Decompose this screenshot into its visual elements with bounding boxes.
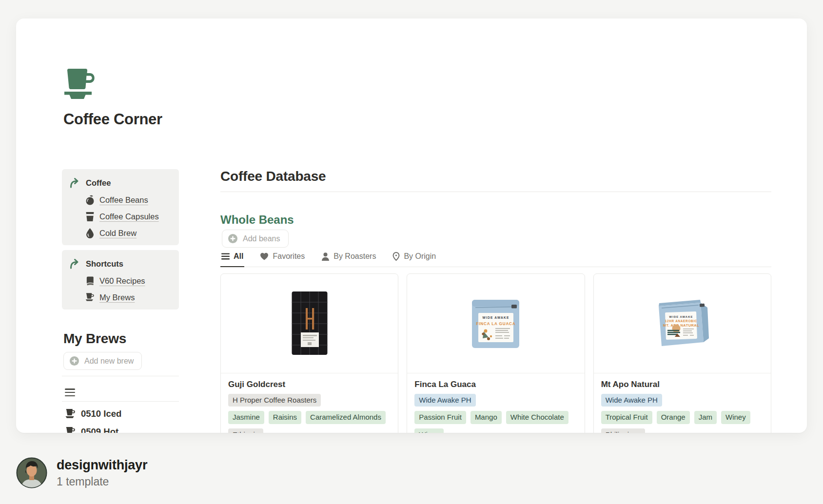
add-new-brew-label: Add new brew <box>84 357 134 366</box>
sidebar: Coffee Coffee Beans Coffee Capsules Cold… <box>62 169 179 433</box>
flavor-tag: Jam <box>694 411 717 424</box>
bean-card-guji-goldcrest[interactable]: Guji Goldcrest H Proper Coffee Roasters … <box>220 273 398 433</box>
author-name: designwithjayr <box>57 458 147 473</box>
bean-card-info: Mt Apo Natural Wide Awake PH Tropical Fr… <box>594 373 771 433</box>
flavor-tag: White Chocolate <box>506 411 568 424</box>
bean-card-cover: WIDE AWAKE FINCA LA GUACA <box>407 274 584 373</box>
bean-card-gallery: Guji Goldcrest H Proper Coffee Roasters … <box>220 273 771 433</box>
coffee-bean-icon <box>85 194 95 205</box>
flavor-tag: Winey <box>721 411 750 424</box>
sidebar-item-my-brews[interactable]: My Brews <box>85 292 174 303</box>
avatar <box>16 457 47 488</box>
workspace-title: Coffee Corner <box>63 111 162 128</box>
coffee-cup-icon <box>65 409 76 419</box>
bean-card-finca-la-guaca[interactable]: WIDE AWAKE FINCA LA GUACA <box>407 273 585 433</box>
svg-text:12HR ANAEROBIC: 12HR ANAEROBIC <box>665 319 697 323</box>
bean-title: Guji Goldcrest <box>228 380 391 389</box>
origin-tag: Ethiopia <box>228 428 263 433</box>
my-brews-heading: My Brews <box>63 331 179 347</box>
heart-icon <box>260 252 269 260</box>
tab-by-origin[interactable]: By Origin <box>392 251 437 267</box>
author-info: designwithjayr 1 template <box>57 458 147 488</box>
roaster-tag: Wide Awake PH <box>414 394 475 407</box>
sidebar-item-label[interactable]: Coffee Beans <box>99 195 148 205</box>
tab-by-roasters[interactable]: By Roasters <box>320 251 377 267</box>
sidebar-item-label[interactable]: My Brews <box>99 293 135 302</box>
page-title: Coffee Database <box>220 168 771 185</box>
workspace-page: Coffee Corner Coffee Coffee Beans <box>16 19 807 433</box>
sidebar-section-coffee: Coffee Coffee Beans Coffee Capsules Cold… <box>62 169 179 245</box>
sidebar-section-title: Shortcuts <box>86 259 123 269</box>
workspace-brand: Coffee Corner <box>63 69 162 128</box>
sidebar-item-v60-recipes[interactable]: V60 Recipes <box>85 275 174 286</box>
bean-card-mt-apo-natural[interactable]: WIDE AWAKE 12HR ANAEROBIC MT. APO NATURA… <box>593 273 771 433</box>
sidebar-item-label[interactable]: Cold Brew <box>99 229 137 238</box>
origin-tag: Philippines <box>601 428 646 433</box>
flavor-tag-row: Tropical Fruit Orange Jam Winey <box>601 411 764 424</box>
sidebar-section-shortcuts: Shortcuts V60 Recipes My Brews <box>62 250 179 310</box>
author-footer: designwithjayr 1 template <box>16 457 147 488</box>
drag-handle-icon[interactable] <box>65 388 75 396</box>
blue-coffee-bag-image: WIDE AWAKE 12HR ANAEROBIC MT. APO NATURA… <box>653 298 711 348</box>
coffee-cup-icon <box>85 292 95 303</box>
flavor-tag: Jasmine <box>228 411 264 424</box>
add-new-brew-button[interactable]: Add new brew <box>63 352 142 370</box>
svg-text:WIDE AWAKE: WIDE AWAKE <box>669 315 693 318</box>
black-coffee-bag-image <box>291 291 328 356</box>
flavor-tag-row: Jasmine Raisins Caramelized Almonds <box>228 411 391 424</box>
author-meta: 1 template <box>57 475 147 488</box>
flavor-tag: Mango <box>470 411 502 424</box>
tab-label: By Origin <box>404 252 436 261</box>
pin-icon <box>392 252 400 261</box>
coffee-cup-icon <box>63 69 98 99</box>
plus-circle-icon <box>69 356 79 366</box>
tab-favorites[interactable]: Favorites <box>259 251 306 267</box>
coffee-cup-icon <box>65 427 76 433</box>
plus-circle-icon <box>228 233 238 244</box>
bean-title: Mt Apo Natural <box>601 380 764 389</box>
sidebar-divider <box>62 376 179 376</box>
sidebar-divider <box>62 401 179 402</box>
bean-card-info: Guji Goldcrest H Proper Coffee Roasters … <box>221 373 398 433</box>
flavor-tag-row: Passion Fruit Mango White Chocolate Wine… <box>414 411 577 433</box>
section-heading: Whole Beans <box>220 213 771 227</box>
sidebar-item-label[interactable]: Coffee Capsules <box>99 212 159 221</box>
add-beans-button[interactable]: Add beans <box>222 230 289 248</box>
view-tabs: All Favorites By Roasters By Origin <box>220 251 771 267</box>
sidebar-section-header: Coffee <box>69 177 174 189</box>
sidebar-section-header: Shortcuts <box>69 258 174 270</box>
brew-list-item[interactable]: 0509 Hot <box>65 426 179 433</box>
roaster-tag-row: Wide Awake PH <box>414 394 577 407</box>
tab-label: By Roasters <box>333 252 376 261</box>
sidebar-item-cold-brew[interactable]: Cold Brew <box>85 228 174 238</box>
add-beans-label: Add beans <box>243 234 280 243</box>
sidebar-section-title: Coffee <box>86 178 111 188</box>
cold-brew-icon <box>85 228 95 238</box>
roaster-tag: H Proper Coffee Roasters <box>228 394 321 407</box>
sidebar-item-coffee-beans[interactable]: Coffee Beans <box>85 194 174 205</box>
brew-list-item[interactable]: 0510 Iced <box>65 408 179 420</box>
flavor-tag: Raisins <box>269 411 301 424</box>
bean-card-cover: WIDE AWAKE 12HR ANAEROBIC MT. APO NATURA… <box>594 274 771 373</box>
tab-all[interactable]: All <box>220 251 244 267</box>
curved-arrow-icon <box>69 258 80 270</box>
sidebar-item-label[interactable]: V60 Recipes <box>99 276 145 286</box>
brew-label: 0510 Iced <box>81 408 121 419</box>
flavor-tag: Winey <box>414 428 444 433</box>
list-icon <box>221 253 230 260</box>
bean-title: Finca La Guaca <box>414 380 577 389</box>
flavor-tag: Orange <box>657 411 690 424</box>
roaster-tag: Wide Awake PH <box>601 394 662 407</box>
book-icon <box>85 275 95 286</box>
bean-card-cover <box>221 274 398 373</box>
brew-label: 0509 Hot <box>81 426 118 433</box>
main-content: Coffee Database Whole Beans Add beans Al… <box>220 168 771 433</box>
roaster-tag-row: H Proper Coffee Roasters <box>228 394 391 407</box>
sidebar-item-coffee-capsules[interactable]: Coffee Capsules <box>85 211 174 222</box>
flavor-tag: Caramelized Almonds <box>306 411 386 424</box>
coffee-capsule-icon <box>85 211 95 222</box>
origin-tag-row: Ethiopia <box>228 428 391 433</box>
svg-text:FINCA LA GUACA: FINCA LA GUACA <box>476 322 515 326</box>
flavor-tag: Passion Fruit <box>414 411 466 424</box>
tab-label: Favorites <box>273 252 305 261</box>
